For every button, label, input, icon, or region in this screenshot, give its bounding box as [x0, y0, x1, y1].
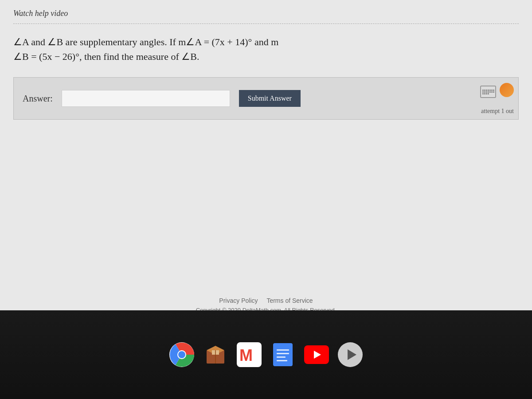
keyboard-icon-inner: [482, 90, 494, 94]
svg-rect-12: [277, 353, 289, 354]
footer-links: Privacy Policy Terms of Service: [0, 297, 532, 304]
help-button[interactable]: [500, 83, 514, 97]
chrome-icon: [169, 342, 194, 367]
package-taskbar-icon[interactable]: [203, 342, 228, 367]
keyboard-icon[interactable]: [480, 86, 496, 98]
package-icon: [204, 343, 227, 366]
answer-input[interactable]: [62, 90, 230, 107]
watch-help-link[interactable]: Watch help video: [13, 9, 68, 18]
docs-icon: [273, 343, 293, 366]
taskbar: M: [0, 310, 532, 399]
gmail-icon: M: [237, 342, 262, 367]
svg-text:M: M: [239, 346, 253, 364]
divider: [13, 23, 519, 24]
play-taskbar-icon[interactable]: [338, 342, 363, 367]
answer-section: Answer: Submit Answer attempt 1 out: [13, 77, 519, 120]
youtube-icon: [304, 345, 329, 364]
svg-rect-10: [273, 343, 293, 366]
gmail-taskbar-icon[interactable]: M: [237, 342, 262, 367]
docs-taskbar-icon[interactable]: [270, 342, 295, 367]
youtube-taskbar-icon[interactable]: [304, 342, 329, 367]
svg-point-3: [178, 351, 185, 358]
chrome-taskbar-icon[interactable]: [169, 342, 194, 367]
question-text: ∠A and ∠B are supplementary angles. If m…: [13, 35, 519, 64]
attempt-text: attempt 1 out: [481, 108, 514, 115]
svg-rect-14: [277, 360, 287, 361]
play-icon: [338, 342, 363, 367]
main-content: Watch help video ∠A and ∠B are supplemen…: [0, 0, 532, 284]
answer-label: Answer:: [23, 94, 53, 104]
terms-of-service-link[interactable]: Terms of Service: [266, 297, 313, 304]
submit-answer-button[interactable]: Submit Answer: [239, 90, 301, 107]
svg-rect-13: [277, 356, 286, 358]
privacy-policy-link[interactable]: Privacy Policy: [219, 297, 258, 304]
svg-rect-11: [277, 349, 289, 351]
